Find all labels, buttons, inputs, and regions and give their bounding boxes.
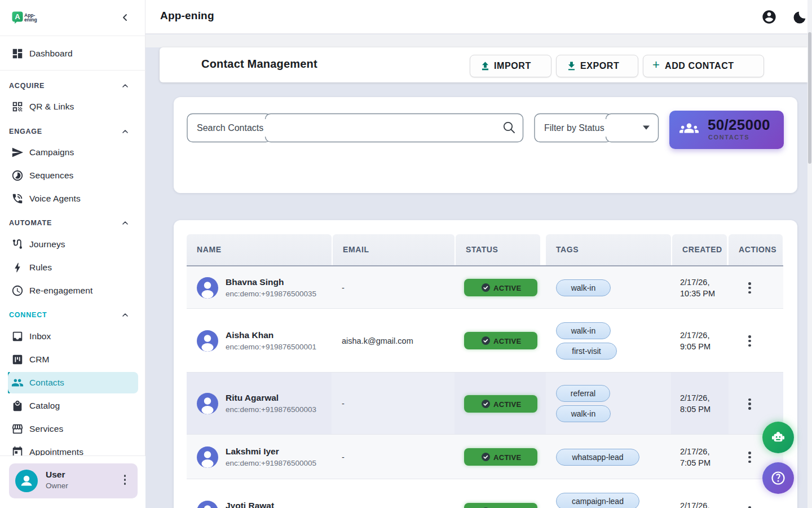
svg-text:A: A <box>15 12 20 21</box>
